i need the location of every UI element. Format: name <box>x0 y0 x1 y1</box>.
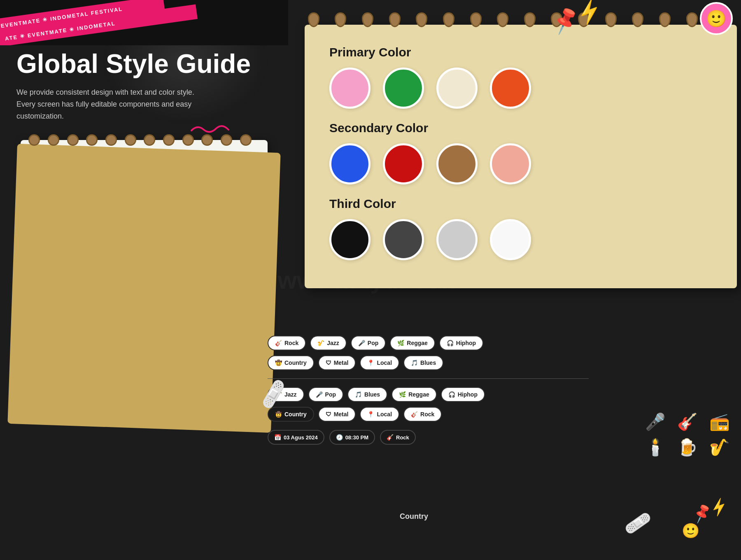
genre-pill-metal[interactable]: 🛡Metal <box>318 407 356 422</box>
genre-pill-reggae[interactable]: 🌿Reggae <box>390 336 435 350</box>
genre-pill-hiphop[interactable]: 🎧Hiphop <box>441 387 485 402</box>
color-section: Primary Color <box>329 45 712 109</box>
pill-icon: 🤠 <box>275 411 282 418</box>
pill-icon: 🎧 <box>447 340 454 346</box>
genre-pill-metal[interactable]: 🛡Metal <box>318 355 356 370</box>
spiral-r-1 <box>308 12 319 27</box>
pill-icon: 🎷 <box>317 340 324 346</box>
color-section-title: Primary Color <box>329 45 712 59</box>
pill-icon: 📍 <box>367 411 374 418</box>
color-swatch-3 <box>490 219 531 260</box>
color-swatches-content: Primary ColorSecondary ColorThird Color <box>305 25 737 288</box>
spiral-r-9 <box>524 12 536 27</box>
genre-pill-pop[interactable]: 🎤Pop <box>308 387 343 402</box>
spiral-3 <box>67 134 79 146</box>
genre-pill-hiphop[interactable]: 🎧Hiphop <box>439 336 483 350</box>
decorative-icons: 🎤 🎸 📻 🕯️ 🍺 🎷 <box>642 412 733 457</box>
spiral-9 <box>182 134 194 146</box>
hero-section: Global Style Guide We provide consistent… <box>16 49 255 122</box>
badge-text: Rock <box>396 434 409 441</box>
beer-icon: 🍺 <box>674 438 700 457</box>
pill-label: Pop <box>368 340 378 346</box>
genre-pill-country[interactable]: 🤠Country <box>268 355 314 370</box>
color-swatch-0 <box>329 143 370 184</box>
genre-pills-area: 🎸Rock🎷Jazz🎤Pop🌿Reggae🎧Hiphop 🤠Country🛡Me… <box>268 336 589 445</box>
genre-pill-country[interactable]: 🤠Country <box>268 407 314 422</box>
color-swatch-1 <box>383 68 424 109</box>
event-badge-08:30-pm: 🕗08:30 PM <box>329 430 375 445</box>
spiral-r-2 <box>335 12 346 27</box>
pill-label: Jazz <box>327 340 339 346</box>
spiral-r-12 <box>605 12 617 27</box>
typography-notebook: Title-Black Satoshi-18px This Text Is Ju… <box>12 119 268 412</box>
event-badge-rock: 🎸Rock <box>380 430 416 445</box>
color-swatch-3 <box>490 143 531 184</box>
pill-icon: 🤠 <box>275 359 282 366</box>
pill-label: Blues <box>420 359 436 366</box>
page-description: We provide consistent design with text a… <box>16 86 214 122</box>
color-section-title: Secondary Color <box>329 121 712 135</box>
pill-icon: 🎵 <box>411 359 418 366</box>
candle-icon: 🕯️ <box>642 438 668 457</box>
genre-pill-pop[interactable]: 🎤Pop <box>351 336 386 350</box>
event-badge-03-agus-2024: 📅03 Agus 2024 <box>268 430 324 445</box>
spiral-binding <box>12 119 268 131</box>
pill-label: Metal <box>334 359 349 366</box>
color-section: Third Color <box>329 197 712 260</box>
badge-icon: 📅 <box>274 434 281 441</box>
pill-label: Local <box>377 359 392 366</box>
pill-icon: 🎤 <box>358 340 365 346</box>
genre-pill-reggae[interactable]: 🌿Reggae <box>391 387 437 402</box>
genre-pill-rock[interactable]: 🎸Rock <box>403 407 442 422</box>
spiral-r-6 <box>443 12 454 27</box>
color-section: Secondary Color <box>329 121 712 184</box>
badge-text: 08:30 PM <box>345 434 368 441</box>
pill-icon: 🌿 <box>399 391 406 398</box>
pill-label: Reggae <box>408 391 429 398</box>
sax-icon: 🎷 <box>707 438 733 457</box>
color-swatches-row <box>329 143 712 184</box>
genre-pill-blues[interactable]: 🎵Blues <box>403 355 443 370</box>
country-label-area: Country <box>400 512 428 521</box>
genre-pill-local[interactable]: 📍Local <box>360 355 399 370</box>
color-swatch-2 <box>436 219 478 260</box>
genre-pill-local[interactable]: 📍Local <box>360 407 399 422</box>
pill-icon: 🛡 <box>326 411 331 418</box>
color-swatches-row <box>329 219 712 260</box>
pill-label: Country <box>284 411 307 418</box>
spiral-2 <box>48 134 59 146</box>
color-swatch-2 <box>436 143 478 184</box>
spiral-r-5 <box>416 12 427 27</box>
smiley-sticker: 🙂 <box>700 2 733 35</box>
spiral-r-8 <box>497 12 508 27</box>
color-section-title: Third Color <box>329 197 712 211</box>
pill-icon: 🎧 <box>448 391 455 398</box>
genre-pill-rock[interactable]: 🎸Rock <box>268 336 306 350</box>
pill-label: Rock <box>420 411 434 418</box>
spiral-5 <box>105 134 117 146</box>
pill-label: Hiphop <box>458 391 478 398</box>
spiral-r-3 <box>362 12 373 27</box>
pill-label: Local <box>377 411 392 418</box>
spiral-r-4 <box>389 12 401 27</box>
genre-row-3: 🎷Jazz🎤Pop🎵Blues🌿Reggae🎧Hiphop <box>268 387 589 402</box>
page-title: Global Style Guide <box>16 49 255 78</box>
spiral-8 <box>163 134 175 146</box>
spiral-6 <box>125 134 136 146</box>
badge-icon: 🕗 <box>336 434 343 441</box>
genre-row-2: 🤠Country🛡Metal📍Local🎵Blues <box>268 355 589 370</box>
pill-icon: 🎸 <box>275 340 282 346</box>
pill-icon: 🎸 <box>411 411 418 418</box>
pill-label: Blues <box>364 391 380 398</box>
notebook-shadow <box>7 144 280 433</box>
color-swatch-1 <box>383 219 424 260</box>
genre-pill-jazz[interactable]: 🎷Jazz <box>310 336 347 350</box>
pill-icon: 🌿 <box>397 340 404 346</box>
guitar-pick-icon: 🎸 <box>674 412 700 432</box>
spiral-r-13 <box>632 12 643 27</box>
pill-label: Rock <box>284 340 298 346</box>
pill-icon: 🛡 <box>326 359 331 366</box>
genre-pill-blues[interactable]: 🎵Blues <box>347 387 387 402</box>
pill-icon: 🎵 <box>355 391 362 398</box>
color-swatch-2 <box>436 68 478 109</box>
